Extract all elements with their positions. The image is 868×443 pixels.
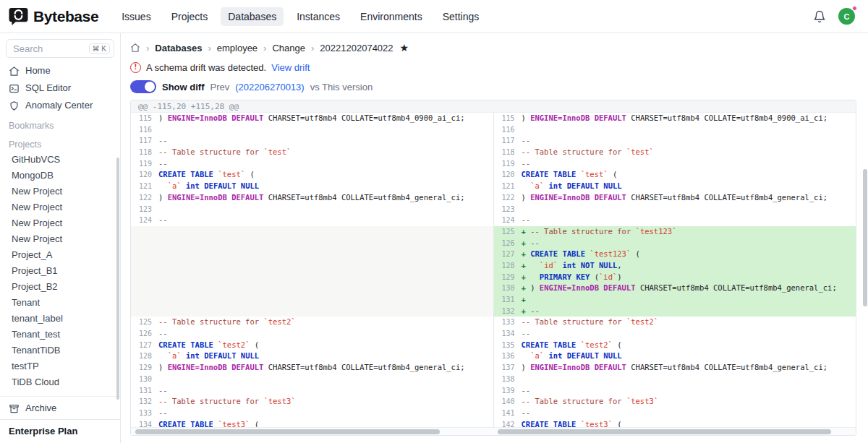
- line-code: CREATE TABLE `test` (: [158, 169, 493, 181]
- nav-item-projects[interactable]: Projects: [164, 7, 216, 26]
- home-icon[interactable]: [130, 43, 140, 53]
- nav-item-settings[interactable]: Settings: [435, 7, 487, 26]
- diff-line: 142CREATE TABLE `test3` (: [494, 419, 856, 427]
- line-number: 132: [494, 306, 522, 317]
- sidebar-project-item[interactable]: Tenant: [0, 295, 120, 311]
- sidebar-project-item[interactable]: Project_B1: [0, 263, 120, 279]
- line-number: 126: [131, 328, 158, 340]
- line-code: --: [158, 158, 493, 170]
- brand[interactable]: Bytebase: [9, 7, 98, 25]
- line-code: --: [158, 385, 493, 397]
- sidebar-project-item[interactable]: GitHubVCS: [0, 152, 120, 168]
- view-drift-link[interactable]: View drift: [271, 62, 310, 73]
- diff-line: [131, 272, 493, 283]
- diff-horizontal-scrollbar[interactable]: [131, 427, 856, 435]
- section-bookmarks[interactable]: Bookmarks: [0, 114, 120, 133]
- nav-item-environments[interactable]: Environments: [353, 7, 430, 26]
- line-code: [158, 272, 493, 283]
- sidebar-project-item[interactable]: Project_B2: [0, 279, 120, 295]
- line-code: CREATE TABLE `test` (: [522, 169, 856, 181]
- nav-item-instances[interactable]: Instances: [289, 7, 347, 26]
- line-number: 136: [494, 350, 522, 362]
- sidebar-project-item[interactable]: tenant_label: [0, 311, 120, 327]
- sidebar-project-item[interactable]: New Project: [0, 184, 120, 199]
- line-number: 119: [494, 158, 522, 170]
- line-code: --: [158, 215, 493, 226]
- line-code: + --: [522, 306, 856, 317]
- diff-line: 126+ --: [494, 238, 856, 249]
- section-projects[interactable]: Projects: [0, 133, 120, 152]
- line-code: [158, 226, 493, 238]
- breadcrumb-item[interactable]: 20221202074022: [320, 43, 393, 53]
- show-diff-toggle[interactable]: [130, 80, 156, 93]
- search-input[interactable]: [12, 43, 89, 55]
- line-number: 116: [131, 124, 158, 136]
- line-number: 116: [494, 124, 522, 136]
- sidebar-item-anomaly-center[interactable]: Anomaly Center: [0, 97, 120, 114]
- breadcrumb-item[interactable]: Change: [272, 43, 305, 53]
- diff-line: 118-- Table structure for `test`: [131, 147, 493, 158]
- nav-item-databases[interactable]: Databases: [221, 7, 284, 26]
- nav-item-issues[interactable]: Issues: [114, 7, 158, 26]
- alert-text: A schema drift was detected.: [146, 62, 266, 73]
- diff-panes: 115) ENGINE=InnoDB DEFAULT CHARSET=utf8m…: [131, 113, 856, 427]
- sidebar-item-sql-editor[interactable]: SQL Editor: [0, 79, 120, 97]
- diff-line: 129+ PRIMARY KEY (`id`): [494, 272, 856, 283]
- line-number: [131, 238, 158, 249]
- line-code: + ) ENGINE=InnoDB DEFAULT CHARSET=utf8mb…: [522, 283, 856, 294]
- diff-line: 119--: [131, 158, 493, 170]
- sidebar-item-archive[interactable]: Archive: [0, 400, 120, 417]
- sidebar-project-item[interactable]: New Project: [0, 215, 120, 231]
- sidebar-project-item[interactable]: TenantTiDB: [0, 343, 120, 358]
- page-scrollbar[interactable]: [861, 33, 868, 443]
- line-number: 130: [494, 283, 522, 294]
- right-scroll-thumb[interactable]: [498, 429, 831, 434]
- notifications-bell-icon[interactable]: [813, 10, 826, 23]
- diff-line: 135CREATE TABLE `test2` (: [494, 340, 856, 351]
- archive-wrap: Archive: [0, 396, 120, 417]
- bookmark-star-icon[interactable]: ★: [400, 43, 409, 53]
- sidebar-project-item[interactable]: Project_A: [0, 247, 120, 263]
- page-scroll-thumb[interactable]: [863, 169, 867, 306]
- line-number: 131: [494, 294, 522, 306]
- left-scroll-thumb[interactable]: [135, 429, 440, 434]
- breadcrumb-item[interactable]: employee: [217, 43, 258, 53]
- home-icon: [9, 66, 20, 77]
- line-number: 130: [131, 374, 158, 385]
- diff-line: 130: [131, 374, 493, 385]
- avatar[interactable]: C: [838, 8, 855, 25]
- diff-line: 116: [494, 124, 856, 136]
- sidebar-project-item[interactable]: New Project: [0, 199, 120, 215]
- prev-version-link[interactable]: (202206270013): [235, 82, 304, 93]
- diff-line: 127+ CREATE TABLE `test123` (: [494, 249, 856, 260]
- line-code: ) ENGINE=InnoDB DEFAULT CHARSET=utf8mb4 …: [522, 362, 856, 374]
- sidebar-project-item[interactable]: Tenant_test: [0, 327, 120, 343]
- line-code: [158, 249, 493, 260]
- line-code: [158, 204, 493, 215]
- line-number: 134: [494, 328, 522, 340]
- sidebar-project-item[interactable]: New Project: [0, 231, 120, 247]
- sidebar-item-home[interactable]: Home: [0, 62, 120, 79]
- sidebar: ⌘ K Home SQL Editor Anomaly Center Bookm…: [0, 33, 121, 443]
- search-box[interactable]: ⌘ K: [6, 39, 114, 58]
- line-code: ) ENGINE=InnoDB DEFAULT CHARSET=utf8mb4 …: [522, 113, 856, 124]
- line-code: +: [522, 294, 856, 306]
- line-number: 129: [131, 362, 158, 374]
- diff-line: 127CREATE TABLE `test2` (: [131, 340, 493, 351]
- line-code: -- Table structure for `test2`: [158, 317, 493, 328]
- right-scroll-track[interactable]: [493, 428, 856, 435]
- line-code: --: [522, 328, 856, 340]
- line-number: [131, 249, 158, 260]
- line-number: [131, 260, 158, 272]
- diff-line: 124--: [131, 215, 493, 226]
- sidebar-project-item[interactable]: testTP: [0, 358, 120, 374]
- line-number: 137: [494, 362, 522, 374]
- left-scroll-track[interactable]: [131, 428, 493, 435]
- notification-dot: [852, 6, 857, 11]
- sidebar-project-item[interactable]: TiDB Cloud: [0, 374, 120, 390]
- sidebar-scrollbar[interactable]: [116, 158, 119, 400]
- top-right: C: [813, 8, 855, 25]
- avatar-letter: C: [844, 12, 850, 21]
- breadcrumb-item[interactable]: Databases: [155, 43, 202, 53]
- sidebar-project-item[interactable]: MongoDB: [0, 168, 120, 184]
